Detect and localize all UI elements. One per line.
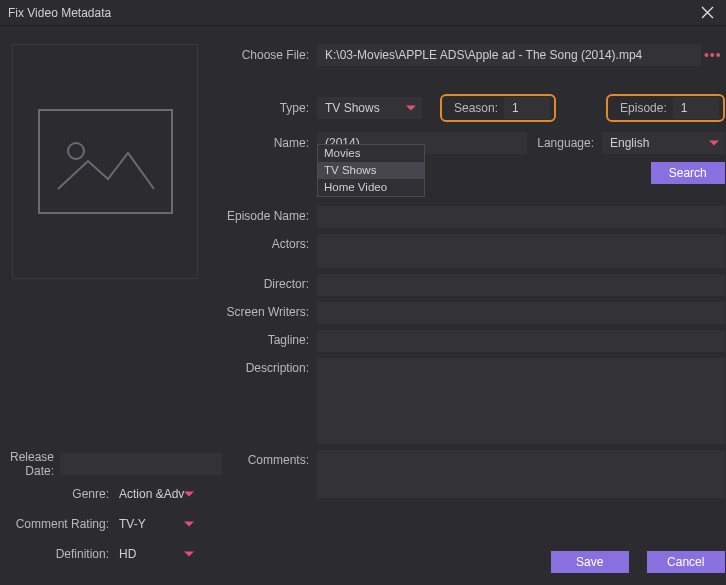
episode-name-label: Episode Name: [222,206,317,223]
left-panel: Release Date: Genre: Action &Adv Comment… [0,26,210,585]
type-dropdown: Movies TV Shows Home Video [317,144,425,197]
comment-rating-label: Comment Rating: [10,517,115,531]
type-select[interactable]: TV Shows [317,97,422,119]
cancel-button[interactable]: Cancel [647,551,725,573]
director-input[interactable] [317,274,725,296]
episode-block: Episode: [606,94,725,122]
save-button[interactable]: Save [551,551,629,573]
release-date-input[interactable] [60,453,222,475]
search-button[interactable]: Search [651,162,725,184]
chevron-down-icon [184,522,194,527]
definition-select[interactable]: HD [115,543,200,565]
type-label: Type: [222,101,317,115]
image-placeholder-icon [50,127,160,197]
tagline-label: Tagline: [222,330,317,347]
chevron-down-icon [184,492,194,497]
comment-rating-select[interactable]: TV-Y [115,513,200,535]
comments-label: Comments: [222,450,317,467]
genre-value: Action &Adv [119,487,184,501]
genre-select[interactable]: Action &Adv [115,483,200,505]
title-bar: Fix Video Metadata [0,0,726,26]
description-label: Description: [222,358,317,375]
season-input[interactable] [504,97,550,119]
description-input[interactable] [317,358,725,444]
comment-rating-value: TV-Y [119,517,146,531]
screen-writers-label: Screen Writers: [222,302,317,319]
right-panel: Choose File: ••• Type: TV Shows Season: … [210,26,726,585]
type-option-tv-shows[interactable]: TV Shows [318,162,424,179]
close-button[interactable] [694,0,720,26]
chevron-down-icon [406,106,416,111]
choose-file-label: Choose File: [222,48,317,62]
type-value: TV Shows [325,101,380,115]
season-label: Season: [446,101,504,115]
name-label: Name: [222,136,317,150]
season-block: Season: [440,94,556,122]
svg-point-0 [68,143,84,159]
browse-file-button[interactable]: ••• [701,47,725,63]
episode-label: Episode: [612,101,673,115]
thumbnail-frame [12,44,198,279]
comments-input[interactable] [317,450,725,498]
ellipsis-icon: ••• [704,47,722,63]
chevron-down-icon [184,552,194,557]
definition-label: Definition: [10,547,115,561]
language-value: English [610,136,649,150]
language-select[interactable]: English [602,132,725,154]
language-label: Language: [527,136,602,150]
director-label: Director: [222,274,317,291]
type-option-movies[interactable]: Movies [318,145,424,162]
window-title: Fix Video Metadata [8,6,111,20]
thumbnail-placeholder [38,109,173,214]
actors-label: Actors: [222,234,317,251]
type-option-home-video[interactable]: Home Video [318,179,424,196]
genre-label: Genre: [10,487,115,501]
chevron-down-icon [709,141,719,146]
episode-name-input[interactable] [317,206,725,228]
definition-value: HD [119,547,136,561]
episode-input[interactable] [673,97,719,119]
tagline-input[interactable] [317,330,725,352]
close-icon [701,6,714,19]
actors-input[interactable] [317,234,725,268]
release-date-label: Release Date: [10,450,60,478]
choose-file-input[interactable] [317,44,701,66]
screen-writers-input[interactable] [317,302,725,324]
